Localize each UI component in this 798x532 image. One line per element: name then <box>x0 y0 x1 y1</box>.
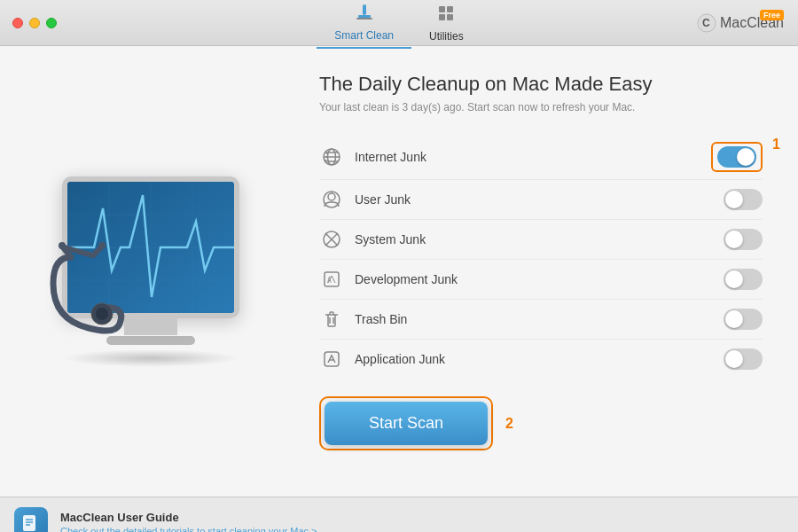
toggle-item-app-junk: Application Junk <box>319 340 763 379</box>
internet-junk-toggle[interactable] <box>717 146 756 168</box>
svg-rect-2 <box>356 18 372 20</box>
title-bar: Smart Clean Utilities C MacClean Free <box>0 0 798 46</box>
page-headline: The Daily Cleanup on Mac Made Easy <box>319 73 763 96</box>
toggle-item-trash-bin: Trash Bin <box>319 300 763 340</box>
toggle-item-dev-junk: A Development Junk <box>319 260 763 300</box>
svg-rect-1 <box>363 4 366 15</box>
minimize-button[interactable] <box>29 18 40 28</box>
trash-bin-label: Trash Bin <box>355 312 724 326</box>
app-junk-icon <box>319 347 344 372</box>
tab-utilities[interactable]: Utilities <box>411 0 481 48</box>
main-content: The Daily Cleanup on Mac Made Easy Your … <box>0 46 798 497</box>
brand-name: MacClean Free <box>720 15 784 31</box>
free-badge: Free <box>760 10 784 20</box>
brand-logo: C MacClean Free <box>697 13 784 33</box>
dev-junk-label: Development Junk <box>355 272 724 286</box>
start-scan-button[interactable]: Start Scan <box>325 402 488 445</box>
user-junk-icon <box>319 187 344 212</box>
svg-rect-5 <box>439 14 445 20</box>
trash-bin-icon <box>319 307 344 332</box>
internet-junk-icon <box>319 145 344 169</box>
left-panel <box>0 46 301 497</box>
svg-rect-39 <box>23 515 35 531</box>
scan-button-container: Start Scan 2 <box>319 396 763 450</box>
tab-smart-clean[interactable]: Smart Clean <box>317 0 411 49</box>
internet-junk-label: Internet Junk <box>355 150 711 164</box>
app-junk-toggle[interactable] <box>724 348 763 370</box>
brand-icon: C <box>697 13 716 33</box>
guide-title: MacClean User Guide <box>60 511 317 524</box>
svg-text:C: C <box>702 17 710 29</box>
user-junk-toggle[interactable] <box>724 189 763 210</box>
nav-tabs: Smart Clean Utilities <box>317 0 481 49</box>
fullscreen-button[interactable] <box>46 18 57 28</box>
toggle-item-internet-junk: Internet Junk 1 <box>319 135 763 180</box>
internet-junk-toggle-highlight: 1 <box>711 142 763 172</box>
close-button[interactable] <box>12 18 23 28</box>
svg-point-28 <box>328 193 335 200</box>
guide-subtitle: Check out the detailed tutorials to star… <box>60 526 317 532</box>
trash-bin-toggle[interactable] <box>724 309 763 330</box>
bottom-bar: MacClean User Guide Check out the detail… <box>0 497 798 532</box>
svg-rect-3 <box>439 6 445 12</box>
guide-text: MacClean User Guide Check out the detail… <box>60 511 317 532</box>
app-junk-label: Application Junk <box>355 352 724 366</box>
stethoscope <box>44 239 151 358</box>
guide-icon <box>14 507 48 533</box>
system-junk-icon <box>319 227 344 252</box>
svg-rect-4 <box>447 6 453 12</box>
badge-1: 1 <box>772 137 780 153</box>
user-junk-label: User Junk <box>355 192 724 207</box>
toggle-list: Internet Junk 1 User Junk <box>319 135 763 379</box>
scan-button-highlight: Start Scan <box>319 396 493 450</box>
smart-clean-icon <box>355 3 374 27</box>
svg-line-27 <box>325 153 327 161</box>
right-panel: The Daily Cleanup on Mac Made Easy Your … <box>301 46 798 497</box>
svg-point-19 <box>98 242 106 249</box>
dev-junk-toggle[interactable] <box>724 269 763 290</box>
system-junk-label: System Junk <box>355 232 724 246</box>
toggle-item-system-junk: System Junk <box>319 220 763 260</box>
mac-illustration <box>27 147 275 395</box>
badge-2: 2 <box>505 416 513 432</box>
page-subtitle: Your last clean is 3 day(s) ago. Start s… <box>319 101 763 113</box>
svg-rect-0 <box>358 15 371 18</box>
dev-junk-icon: A <box>319 267 344 292</box>
svg-rect-6 <box>447 14 453 20</box>
toggle-item-user-junk: User Junk <box>319 180 763 220</box>
traffic-lights <box>12 18 57 28</box>
svg-point-21 <box>96 308 108 320</box>
utilities-label: Utilities <box>429 30 464 43</box>
smart-clean-label: Smart Clean <box>334 29 394 42</box>
system-junk-toggle[interactable] <box>724 229 763 250</box>
utilities-icon <box>436 4 456 27</box>
